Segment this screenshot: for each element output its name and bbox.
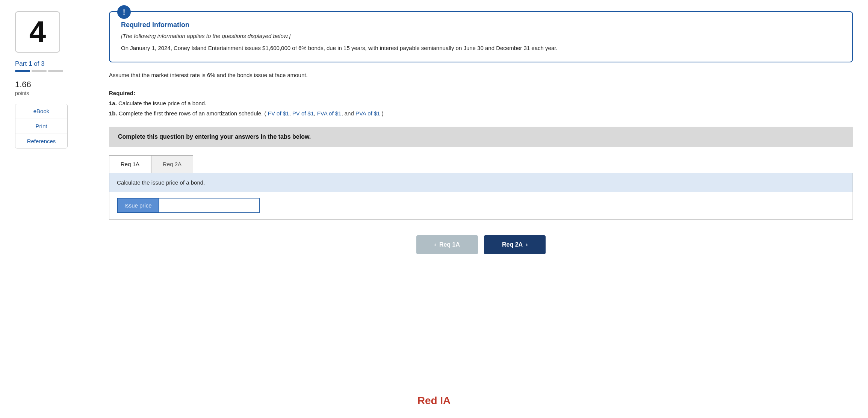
instruction-bar: Complete this question by entering your … [109, 127, 853, 147]
points-section: 1.66 points [15, 80, 31, 96]
tab-description: Calculate the issue price of a bond. [109, 173, 853, 192]
issue-price-label: Issue price [118, 198, 159, 212]
ebook-button[interactable]: eBook [15, 104, 67, 118]
req-1b-text: Complete the first three rows of an amor… [119, 110, 266, 117]
part-of-text: of 3 [34, 60, 44, 67]
issue-price-input[interactable] [159, 198, 259, 212]
req-1a-text: Calculate the issue price of a bond. [118, 100, 206, 106]
tab-req-1a[interactable]: Req 1A [109, 155, 151, 173]
next-chevron: › [526, 241, 528, 248]
req-1b-bold: 1b. [109, 110, 117, 117]
issue-price-row: Issue price [117, 198, 260, 213]
tabs-container: Req 1A Req 2A Calculate the issue price … [109, 155, 853, 220]
main-content: ! Required information [The following in… [109, 11, 853, 407]
pv-link[interactable]: PV of $1 [292, 110, 314, 117]
red-ia-text: Red IA [417, 395, 451, 406]
part-number: 1 [29, 60, 32, 67]
required-section: Required: 1a. Calculate the issue price … [109, 88, 853, 118]
points-value: 1.66 [15, 80, 31, 89]
next-label: Req 2A [502, 241, 523, 248]
progress-filled [15, 70, 30, 72]
prev-label: Req 1A [439, 241, 460, 248]
required-info-body: On January 1, 2024, Coney Island Enterta… [121, 44, 841, 53]
question-number-box: 4 [15, 11, 60, 53]
required-info-subtitle: [The following information applies to th… [121, 33, 841, 39]
progress-empty-1 [32, 70, 47, 72]
fva-link[interactable]: FVA of $1 [317, 110, 342, 117]
fv-link[interactable]: FV of $1 [268, 110, 289, 117]
tab-content-area: Calculate the issue price of a bond. Iss… [109, 173, 853, 220]
part-label: Part 1 of 3 [15, 60, 68, 68]
required-info-box: ! Required information [The following in… [109, 11, 853, 62]
progress-bar [15, 70, 68, 72]
info-icon: ! [117, 5, 131, 19]
sidebar: 4 Part 1 of 3 1.66 points eBook Print Re… [15, 11, 94, 407]
print-button[interactable]: Print [15, 119, 67, 133]
and-text: and [345, 110, 355, 117]
sidebar-buttons: eBook Print References [15, 104, 68, 148]
required-title: Required: [109, 88, 853, 98]
next-button[interactable]: Req 2A › [484, 235, 546, 254]
question-number: 4 [29, 17, 46, 47]
pva-link[interactable]: PVA of $1 [355, 110, 380, 117]
progress-empty-2 [48, 70, 63, 72]
points-label: points [15, 90, 31, 96]
tab-req-2a[interactable]: Req 2A [151, 155, 193, 173]
req-1a-bold: 1a. [109, 100, 117, 106]
prev-button[interactable]: ‹ Req 1A [416, 235, 478, 254]
assume-text: Assume that the market interest rate is … [109, 71, 853, 80]
part-text: Part [15, 60, 27, 67]
red-ia-section: Red IA [417, 395, 451, 407]
nav-buttons: ‹ Req 1A Req 2A › [109, 235, 853, 254]
req-1a: 1a. Calculate the issue price of a bond. [109, 98, 853, 108]
part-info: Part 1 of 3 [15, 60, 68, 72]
required-info-title: Required information [121, 21, 841, 29]
prev-chevron: ‹ [434, 241, 436, 248]
req-1b-close: ) [382, 110, 384, 117]
references-button[interactable]: References [15, 134, 67, 148]
tabs-header: Req 1A Req 2A [109, 155, 853, 173]
req-1b: 1b. Complete the first three rows of an … [109, 108, 853, 118]
